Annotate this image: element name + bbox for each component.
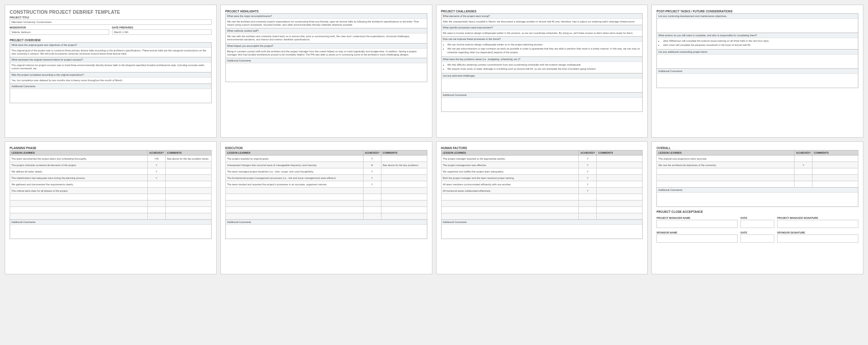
lesson-cell[interactable]: The project schedule contained all eleme… — [10, 162, 148, 168]
comments-cell[interactable] — [812, 181, 858, 188]
achieved-cell[interactable] — [147, 207, 165, 213]
lesson-cell[interactable]: The team tracked and reported the projec… — [225, 181, 363, 188]
comments-cell[interactable] — [381, 181, 427, 188]
comments-cell[interactable] — [597, 181, 643, 188]
lesson-cell[interactable]: The project reached its original goals. — [225, 156, 363, 162]
comments-cell[interactable] — [165, 175, 211, 181]
achieved-cell[interactable] — [147, 194, 165, 200]
lesson-cell[interactable] — [225, 213, 363, 220]
lesson-cell[interactable] — [225, 194, 363, 200]
lesson-cell[interactable]: The original cost projections were accur… — [657, 156, 795, 162]
achieved-cell[interactable]: Y — [579, 168, 597, 175]
lesson-cell[interactable] — [225, 200, 363, 207]
achieved-cell[interactable] — [795, 168, 812, 175]
date-prepared-field[interactable]: March 1 9th — [112, 29, 212, 35]
achieved-cell[interactable]: Y — [363, 175, 381, 181]
comments-cell[interactable] — [165, 188, 211, 194]
comments-cell[interactable] — [812, 162, 858, 168]
lesson-cell[interactable]: All functional areas collaborated effect… — [441, 188, 579, 194]
lesson-cell[interactable] — [10, 194, 148, 200]
achieved-cell[interactable] — [795, 175, 812, 181]
lesson-cell[interactable]: The fundamental project management proce… — [225, 175, 363, 181]
lesson-cell[interactable]: We organized and staffed the project tea… — [441, 168, 579, 175]
pm-signature-field[interactable] — [777, 220, 858, 228]
lesson-cell[interactable]: Unexpected changes that occurred were of… — [225, 162, 363, 168]
lesson-cell[interactable]: The team documented the project plans an… — [10, 156, 148, 162]
achieved-cell[interactable] — [363, 188, 381, 194]
comments-cell[interactable] — [165, 162, 211, 168]
comments-cell[interactable] — [165, 181, 211, 188]
sponsor-signature-field[interactable] — [777, 234, 858, 243]
lesson-cell[interactable] — [441, 207, 579, 213]
page-6[interactable]: EXECUTION LESSON LEARNED ACHIEVED? COMME… — [220, 141, 432, 274]
achieved-cell[interactable] — [363, 200, 381, 207]
comments-cell[interactable] — [381, 207, 427, 213]
comments-cell[interactable] — [597, 194, 643, 200]
lesson-cell[interactable] — [225, 207, 363, 213]
achieved-cell[interactable]: Y — [363, 156, 381, 162]
achieved-cell[interactable]: Y — [579, 188, 597, 194]
lesson-cell[interactable]: The stakeholders had adequate input duri… — [10, 175, 148, 181]
achieved-cell[interactable] — [363, 207, 381, 213]
comments-cell[interactable] — [165, 207, 211, 213]
comments-cell[interactable] — [597, 162, 643, 168]
page-2[interactable]: PROJECT HIGHLIGHTS What were the major a… — [220, 5, 432, 138]
achieved-cell[interactable]: Y — [363, 168, 381, 175]
comments-cell[interactable] — [381, 156, 427, 162]
achieved-cell[interactable]: Y — [363, 181, 381, 188]
achieved-cell[interactable] — [147, 200, 165, 207]
lesson-cell[interactable] — [657, 175, 795, 181]
comments-cell[interactable] — [597, 200, 643, 207]
comments-cell[interactable] — [812, 168, 858, 175]
lesson-cell[interactable]: The criteria were clear for all phases o… — [10, 188, 148, 194]
comments-cell[interactable] — [597, 168, 643, 175]
comments-cell[interactable] — [381, 200, 427, 207]
lesson-cell[interactable]: We met the architectural objectives of t… — [657, 162, 795, 168]
lesson-cell[interactable]: The team managed project baselines (i.e.… — [225, 168, 363, 175]
page-5[interactable]: PLANNING PHASE LESSON LEARNED ACHIEVED? … — [5, 141, 217, 274]
achieved-cell[interactable] — [579, 213, 597, 220]
sponsor-date-field[interactable] — [740, 234, 774, 243]
lesson-cell[interactable] — [657, 168, 795, 175]
comments-cell[interactable] — [165, 200, 211, 207]
achieved-cell[interactable] — [795, 181, 812, 188]
achieved-cell[interactable]: N — [363, 162, 381, 168]
achieved-cell[interactable]: Y/N — [147, 156, 165, 162]
achieved-cell[interactable]: Y — [579, 175, 597, 181]
lesson-cell[interactable] — [225, 188, 363, 194]
comments-cell[interactable] — [597, 213, 643, 220]
achieved-cell[interactable] — [147, 213, 165, 220]
project-title-field[interactable]: Mencken University Construction — [10, 19, 212, 25]
page-1[interactable]: CONSTRUCTION PROJECT DEBRIEF TEMPLATE PR… — [5, 5, 217, 138]
comments-cell[interactable] — [381, 194, 427, 200]
lesson-cell[interactable]: Both the project manager and the team re… — [441, 175, 579, 181]
comments-cell[interactable] — [381, 213, 427, 220]
achieved-cell[interactable] — [579, 207, 597, 213]
lesson-cell[interactable]: The project management was effective. — [441, 162, 579, 168]
achieved-cell[interactable] — [147, 181, 165, 188]
comments-cell[interactable] — [597, 175, 643, 181]
lesson-cell[interactable]: All team members communicated efficientl… — [441, 181, 579, 188]
achieved-cell[interactable]: Y — [579, 162, 597, 168]
sponsor-name-field[interactable] — [656, 234, 738, 243]
comments-cell[interactable] — [165, 213, 211, 220]
achieved-cell[interactable] — [579, 200, 597, 207]
lesson-cell[interactable] — [441, 213, 579, 220]
comments-cell[interactable]: See above for the key problems. — [381, 162, 427, 168]
comments-cell[interactable] — [597, 188, 643, 194]
lesson-cell[interactable] — [657, 181, 795, 188]
lesson-cell[interactable]: We gathered and documented the requireme… — [10, 181, 148, 188]
page-7[interactable]: HUMAN FACTORS LESSON LEARNED ACHIEVED? C… — [436, 141, 648, 274]
page-3[interactable]: PROJECT CHALLENGES What elements of the … — [436, 5, 648, 138]
achieved-cell[interactable]: Y — [147, 162, 165, 168]
comments-cell[interactable]: See above for the key problem areas. — [165, 156, 211, 162]
lesson-cell[interactable]: We defined all tasks clearly. — [10, 168, 148, 175]
achieved-cell[interactable]: Y — [579, 181, 597, 188]
comments-cell[interactable] — [381, 175, 427, 181]
achieved-cell[interactable] — [363, 194, 381, 200]
lesson-cell[interactable] — [10, 213, 148, 220]
pm-name-field[interactable] — [656, 220, 738, 228]
comments-cell[interactable] — [812, 175, 858, 181]
achieved-cell[interactable] — [363, 213, 381, 220]
comments-cell[interactable] — [812, 156, 858, 162]
